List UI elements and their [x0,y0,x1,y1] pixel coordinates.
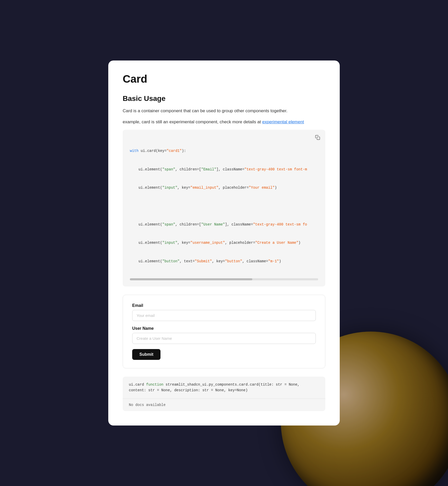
submit-button[interactable]: Submit [132,349,160,360]
code-keyword-with: with [130,149,139,153]
code-line-blank [130,203,318,209]
code-line-4: ui.element("span", children=["User Name"… [130,222,318,228]
code-line-2: ui.element("span", children=["Email"], c… [130,167,318,173]
main-panel: Card Basic Usage Card is a container com… [108,60,340,425]
api-reference-block: ui.card function streamlit_shadcn_ui.py_… [123,377,325,411]
email-input[interactable] [132,310,316,321]
api-docs-text: No docs available [123,399,325,411]
code-line-6: ui.element("button", text="Submit", key=… [130,258,318,265]
code-scrollbar-thumb[interactable] [130,278,252,280]
code-block-container: with ui.card(key="card1"): ui.element("s… [123,130,325,287]
section-title-basic-usage: Basic Usage [123,94,325,103]
code-scrollbar-track[interactable] [130,278,318,280]
copy-button[interactable] [314,134,321,142]
description-text: Card is a container component that can b… [123,107,325,114]
username-input[interactable] [132,333,316,344]
api-signature: ui.card function streamlit_shadcn_ui.py_… [123,377,325,399]
code-line-5: ui.element("input", key="username_input"… [130,240,318,246]
demo-card: Email User Name Submit [123,295,325,368]
page-title: Card [123,73,325,85]
email-label: Email [132,303,316,308]
code-block: with ui.card(key="card1"): ui.element("s… [130,136,318,277]
svg-rect-0 [317,137,320,140]
username-label: User Name [132,326,316,331]
experimental-element-link[interactable]: experimental element [262,119,304,124]
note-text: example, card is still an experimental c… [123,118,325,125]
code-line-1: with ui.card(key="card1"): [130,148,318,154]
code-line-3: ui.element("input", key="email_input", p… [130,185,318,191]
